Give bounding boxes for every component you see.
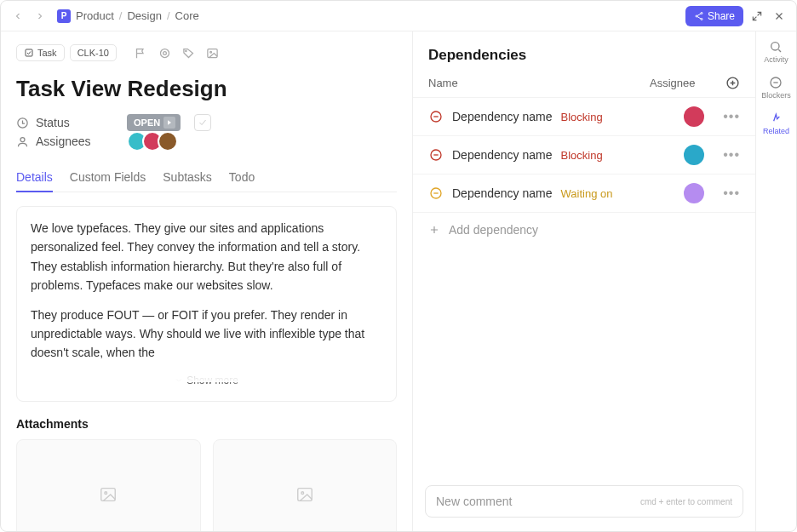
attachments-title: Attachments [16,417,397,431]
tab-todo[interactable]: Todo [229,163,255,192]
comment-input[interactable]: New comment cmd + enter to comment [425,485,743,518]
more-icon[interactable]: ••• [716,186,740,201]
rail-label: Activity [764,55,788,64]
breadcrumb-item[interactable]: Core [175,9,199,22]
task-panel: Task CLK-10 Task View Redesign Status OP… [1,31,413,531]
sprint-icon[interactable] [156,43,175,62]
breadcrumb-item[interactable]: Product [76,9,114,22]
dependency-status-icon [428,147,444,163]
dependency-tag: Blocking [561,111,603,123]
side-rail: ActivityBlockersRelated [755,31,796,531]
svg-point-0 [701,12,702,14]
task-type-label: Task [37,48,57,58]
svg-point-19 [771,43,779,50]
svg-point-12 [105,492,107,495]
assignee-avatars[interactable] [127,131,178,152]
avatar[interactable] [684,183,704,203]
dependencies-panel: Dependencies Name Assignee Dependency na… [413,31,755,531]
rail-item-blockers[interactable]: Blockers [761,76,791,100]
dependency-row[interactable]: Dependency nameBlocking••• [413,97,755,135]
dependency-row[interactable]: Dependency nameBlocking••• [413,135,755,174]
description-card[interactable]: We love typefaces. They give our sites a… [16,206,397,402]
rail-label: Related [763,127,789,135]
column-header-name: Name [428,77,650,89]
share-label: Share [708,10,735,22]
dependency-tag: Blocking [561,149,603,162]
complete-checkbox[interactable] [194,114,211,131]
tab-details[interactable]: Details [16,163,53,192]
flag-icon[interactable] [132,43,151,62]
nav-forward-button[interactable] [32,8,49,25]
breadcrumb: P Product / Design / Core [57,9,199,23]
dependency-status-icon [428,109,444,124]
svg-point-10 [20,137,25,141]
tab-custom-fields[interactable]: Custom Fields [70,163,146,192]
rail-label: Blockers [761,91,791,100]
more-icon[interactable]: ••• [716,147,740,163]
svg-point-14 [301,492,304,495]
dependency-name: Dependency name [452,110,553,123]
description-text: They produce FOUT — or FOIT if you prefe… [31,306,382,363]
image-icon[interactable] [204,43,222,62]
dependency-row[interactable]: Dependency nameWaiting on••• [413,174,755,212]
avatar[interactable] [684,106,704,127]
close-icon[interactable] [771,8,788,25]
dependency-name: Dependency name [452,186,553,200]
workspace-icon: P [57,9,71,23]
svg-rect-11 [101,489,116,501]
svg-rect-3 [26,49,32,56]
breadcrumb-separator: / [119,9,123,22]
dependencies-title: Dependencies [428,47,740,64]
more-icon[interactable]: ••• [716,109,740,124]
page-title[interactable]: Task View Redesign [16,76,397,102]
tab-subtasks[interactable]: Subtasks [163,163,212,192]
attachment-placeholder[interactable] [213,439,398,531]
status-field-label: Status [16,116,118,129]
svg-point-8 [210,51,212,53]
dependency-tag: Waiting on [561,187,613,200]
svg-point-1 [696,15,697,17]
attachment-placeholder[interactable] [16,439,201,531]
breadcrumb-item[interactable]: Design [127,9,161,22]
share-button[interactable]: Share [685,6,743,26]
description-text: We love typefaces. They give our sites a… [31,219,382,295]
status-dropdown[interactable]: OPEN [127,114,181,131]
svg-rect-13 [298,489,312,501]
rail-item-related[interactable]: Related [763,112,789,135]
topbar: P Product / Design / Core Share [1,1,796,31]
assignees-field-label: Assignees [16,134,118,148]
breadcrumb-separator: / [167,9,170,22]
play-icon [163,117,175,129]
tabs: DetailsCustom FieldsSubtasksTodo [16,163,397,192]
svg-point-6 [186,50,186,51]
nav-back-button[interactable] [9,8,26,25]
svg-point-4 [161,49,169,57]
task-id-button[interactable]: CLK-10 [70,44,117,61]
comment-hint: cmd + enter to comment [640,497,732,506]
svg-rect-7 [208,49,217,57]
column-header-assignee: Assignee [650,77,718,89]
avatar[interactable] [684,145,704,165]
tag-icon[interactable] [180,43,198,62]
avatar[interactable] [158,131,178,152]
dependency-name: Dependency name [452,148,553,162]
dependency-status-icon [428,186,444,201]
collapse-icon[interactable] [748,8,765,25]
svg-point-5 [163,51,167,54]
comment-placeholder: New comment [436,495,512,508]
rail-item-activity[interactable]: Activity [764,40,788,64]
svg-point-2 [701,18,702,20]
add-column-button[interactable] [718,76,740,90]
add-dependency-button[interactable]: Add dependency [413,212,755,247]
task-type-button[interactable]: Task [16,44,65,61]
